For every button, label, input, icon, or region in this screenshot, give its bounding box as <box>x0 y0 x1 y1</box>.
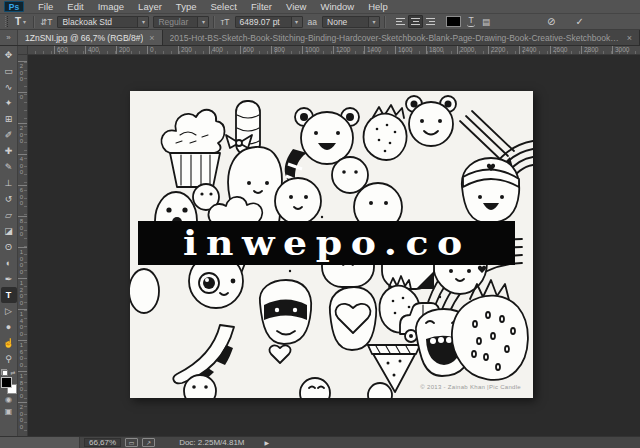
commit-edits-button[interactable]: ✓ <box>575 16 583 27</box>
tool-icon: ▷ <box>5 303 12 319</box>
menu-item[interactable]: Window <box>313 0 361 13</box>
lasso-tool[interactable]: ∿ <box>1 79 17 95</box>
path-selection-tool[interactable]: ▷ <box>1 303 17 319</box>
ruler-tick-label: 200 <box>19 125 24 145</box>
chevron-down-icon[interactable]: ▾ <box>137 17 148 27</box>
swap-colors-icon[interactable]: ⇄ <box>10 369 15 376</box>
menu-item[interactable]: Edit <box>60 0 90 13</box>
ruler-tick: 200 <box>178 46 209 54</box>
quick-mask-button[interactable]: ◉ <box>5 394 12 406</box>
document-page[interactable]: inwepo.co © 2013 - Zainab Khan |Pic Cand… <box>130 91 533 398</box>
ruler-tick: 0 <box>18 92 27 123</box>
chevron-down-icon[interactable]: ▾ <box>368 17 379 27</box>
marquee-tool[interactable]: ▭ <box>1 63 17 79</box>
align-center-button[interactable] <box>408 15 423 28</box>
menu-item[interactable]: Layer <box>131 0 169 13</box>
blur-tool[interactable]: ʘ <box>1 239 17 255</box>
horizontal-ruler[interactable]: 6004002000200400600800100012001400160018… <box>28 46 640 55</box>
foreground-color-swatch[interactable] <box>1 377 12 388</box>
chevron-down-icon: ▾ <box>23 18 26 25</box>
photoshop-window: Ps FileEditImageLayerTypeSelectFilterVie… <box>0 0 640 448</box>
ruler-tick-label: 2200 <box>491 46 505 54</box>
font-size-select[interactable]: 6489.07 pt ▾ <box>235 16 303 28</box>
status-bar: 66,67% ▭↗ Doc: 2.25M/4.81M ▶ <box>0 436 640 448</box>
menu-item[interactable]: Type <box>169 0 204 13</box>
font-family-select[interactable]: Blackoak Std ▾ <box>57 16 149 28</box>
dodge-tool[interactable]: ◐ <box>1 255 17 271</box>
eraser-tool[interactable]: ▱ <box>1 207 17 223</box>
vertical-ruler[interactable]: 2000200400600800100012001400160018002000 <box>18 55 28 436</box>
menu: FileEditImageLayerTypeSelectFilterViewWi… <box>31 0 395 13</box>
align-left-button[interactable] <box>392 15 407 28</box>
thumbnail-icon[interactable]: ▭ <box>125 438 138 447</box>
swatch-mini-controls: ⇄ <box>1 368 15 376</box>
tab-1znsni[interactable]: 1ZnSNI.jpg @ 66,7% (RGB/8#) × <box>18 30 163 45</box>
gradient-tool[interactable]: ◪ <box>1 223 17 239</box>
divider <box>33 16 35 28</box>
quick-selection-tool[interactable]: ✦ <box>1 95 17 111</box>
ruler-origin-corner[interactable] <box>18 46 28 55</box>
zoom-level-field[interactable]: 66,67% <box>84 438 121 447</box>
toggle-panels-button[interactable]: ▤ <box>481 17 491 27</box>
watermark-band[interactable]: inwepo.co <box>138 221 515 265</box>
anti-alias-icon: aa <box>307 17 318 27</box>
divider <box>384 16 386 28</box>
horizontal-ruler-row: 6004002000200400600800100012001400160018… <box>18 46 640 55</box>
options-grip[interactable] <box>5 16 8 27</box>
tool-icon: ʘ <box>5 239 12 255</box>
text-orientation-toggle[interactable]: ⇵T <box>39 17 53 27</box>
zoom-tool[interactable]: ⚲ <box>1 351 17 367</box>
export-icon[interactable]: ↗ <box>142 438 155 447</box>
ruler-tick-label: 1400 <box>19 311 24 337</box>
ruler-tick-label: 2600 <box>553 46 567 54</box>
align-right-button[interactable] <box>424 15 439 28</box>
status-bar-left-pad <box>0 437 80 448</box>
status-flyout-arrow[interactable]: ▶ <box>265 439 270 446</box>
type-tool[interactable]: T <box>1 287 17 303</box>
tool-icon: T <box>6 287 12 303</box>
font-style-select[interactable]: Regular ▾ <box>153 16 209 28</box>
crop-tool[interactable]: ⊞ <box>1 111 17 127</box>
tool-icon: ▭ <box>4 63 13 79</box>
default-colors-icon[interactable] <box>1 369 8 376</box>
tool-preset-picker[interactable]: T ▾ <box>12 16 29 27</box>
menu-item[interactable]: Image <box>91 0 131 13</box>
ruler-tick: 1600 <box>395 46 426 54</box>
warp-text-button[interactable]: T <box>465 17 477 27</box>
brush-tool[interactable]: ✎ <box>1 159 17 175</box>
watermark-text[interactable]: inwepo.co <box>183 220 471 267</box>
chevron-down-icon[interactable]: ▾ <box>291 17 302 27</box>
menu-item[interactable]: Help <box>361 0 395 13</box>
tab-sketchbook[interactable]: 2015-Hot-BS-Sketch-Book-Stitching-Bindin… <box>163 30 640 45</box>
shape-tool[interactable]: ● <box>1 319 17 335</box>
eyedropper-tool[interactable]: ✐ <box>1 127 17 143</box>
ruler-tick-label: 800 <box>19 218 24 238</box>
move-tool[interactable]: ✥ <box>1 47 17 63</box>
cancel-edits-button[interactable]: ⊘ <box>547 16 555 27</box>
tools-panel-toggle[interactable]: » <box>0 30 18 45</box>
menu-item[interactable]: File <box>31 0 60 13</box>
ruler-tick: 800 <box>271 46 302 54</box>
ruler-tick: 600 <box>240 46 271 54</box>
menu-item[interactable]: Select <box>203 0 243 13</box>
clone-stamp-tool[interactable]: ⊥ <box>1 175 17 191</box>
chevron-down-icon[interactable]: ▾ <box>197 17 208 27</box>
canvas-viewport[interactable]: inwepo.co © 2013 - Zainab Khan |Pic Cand… <box>28 55 640 436</box>
healing-brush-tool[interactable]: ✚ <box>1 143 17 159</box>
tool-icon: ▱ <box>5 207 12 223</box>
menu-item[interactable]: Filter <box>244 0 279 13</box>
history-brush-tool[interactable]: ↺ <box>1 191 17 207</box>
text-color-swatch[interactable] <box>446 16 461 27</box>
ruler-tick-label: 1800 <box>429 46 443 54</box>
pen-tool[interactable]: ✒ <box>1 271 17 287</box>
menu-item[interactable]: View <box>279 0 313 13</box>
anti-alias-select[interactable]: None ▾ <box>322 16 380 28</box>
ruler-tick: 2200 <box>488 46 519 54</box>
ruler-tick: 200 <box>18 123 27 154</box>
ruler-tick: 400 <box>18 154 27 185</box>
screen-mode-button[interactable]: ▣ <box>5 406 13 418</box>
tab-close-icon[interactable]: × <box>149 33 154 43</box>
document-size-label: Doc: 2.25M/4.81M <box>179 438 244 447</box>
tab-close-icon[interactable]: × <box>627 33 632 43</box>
hand-tool[interactable]: ☝ <box>1 335 17 351</box>
